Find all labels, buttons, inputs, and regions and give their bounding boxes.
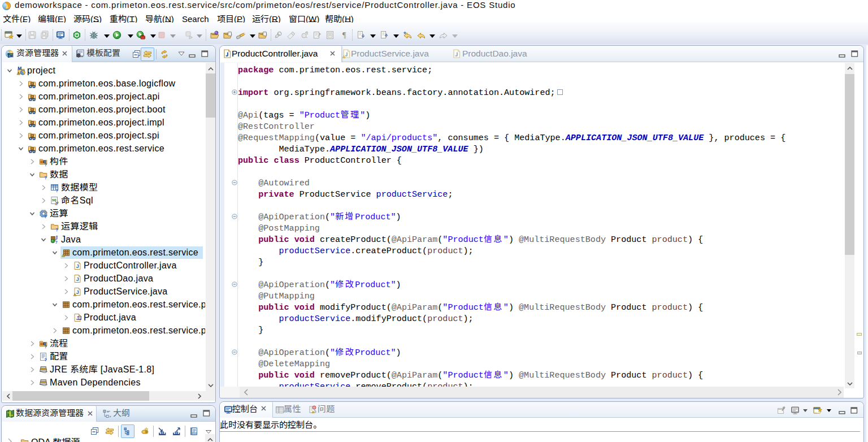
svg-text:?: ? (44, 344, 47, 349)
svg-text:?: ? (44, 175, 47, 180)
svg-text:M: M (18, 66, 21, 71)
svg-text:J: J (76, 276, 79, 282)
svg-text:?: ? (55, 227, 58, 232)
svg-text:J: J (76, 263, 79, 269)
svg-text:?: ? (55, 201, 58, 206)
svg-text:?: ? (44, 162, 47, 167)
svg-text:?: ? (44, 214, 47, 219)
svg-text:J: J (76, 289, 79, 295)
svg-text:?: ? (55, 240, 58, 244)
svg-text:¶: ¶ (342, 31, 346, 40)
svg-text:?: ? (44, 357, 47, 362)
svg-text:?: ? (55, 188, 58, 193)
